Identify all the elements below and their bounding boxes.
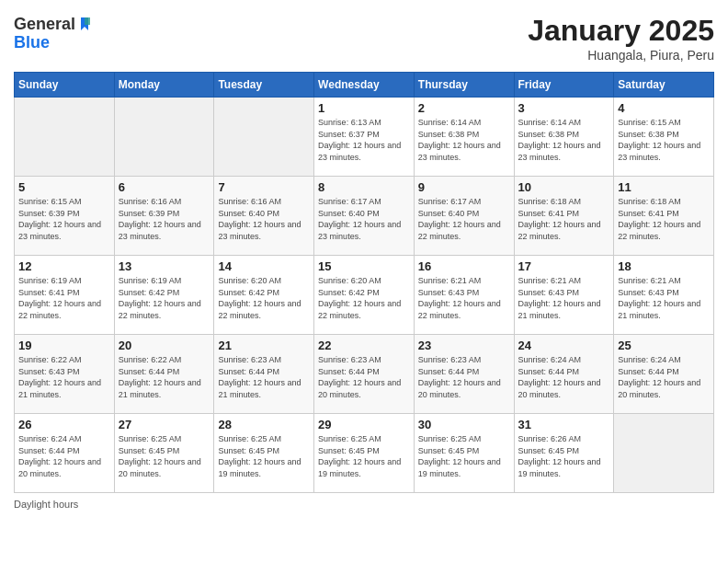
- day-info: Sunrise: 6:23 AMSunset: 6:44 PMDaylight:…: [318, 354, 410, 400]
- table-row: 15Sunrise: 6:20 AMSunset: 6:42 PMDayligh…: [314, 256, 415, 335]
- day-number: 31: [518, 418, 610, 431]
- svg-marker-1: [85, 17, 90, 25]
- table-row: 2Sunrise: 6:14 AMSunset: 6:38 PMDaylight…: [414, 98, 514, 177]
- header: General Blue January 2025 Huangala, Piur…: [14, 14, 714, 63]
- day-number: 10: [518, 180, 610, 194]
- table-row: 1Sunrise: 6:13 AMSunset: 6:37 PMDaylight…: [314, 98, 415, 177]
- logo-blue-text: Blue: [14, 34, 97, 51]
- table-row: 16Sunrise: 6:21 AMSunset: 6:43 PMDayligh…: [414, 256, 514, 335]
- calendar-header: Sunday Monday Tuesday Wednesday Thursday…: [15, 73, 714, 98]
- day-number: 23: [418, 339, 510, 352]
- table-row: 5Sunrise: 6:15 AMSunset: 6:39 PMDaylight…: [15, 177, 115, 256]
- day-number: 18: [618, 259, 710, 273]
- day-info: Sunrise: 6:14 AMSunset: 6:38 PMDaylight:…: [518, 117, 610, 163]
- day-number: 27: [119, 418, 210, 431]
- day-info: Sunrise: 6:25 AMSunset: 6:45 PMDaylight:…: [418, 433, 510, 479]
- table-row: [15, 98, 115, 177]
- day-info: Sunrise: 6:25 AMSunset: 6:45 PMDaylight:…: [119, 433, 210, 479]
- day-info: Sunrise: 6:25 AMSunset: 6:45 PMDaylight:…: [218, 433, 310, 479]
- day-info: Sunrise: 6:18 AMSunset: 6:41 PMDaylight:…: [618, 196, 710, 242]
- page-location: Huangala, Piura, Peru: [528, 48, 714, 63]
- day-number: 4: [618, 101, 710, 115]
- day-number: 28: [218, 418, 310, 431]
- logo-general-text: General: [14, 16, 75, 32]
- table-row: 25Sunrise: 6:24 AMSunset: 6:44 PMDayligh…: [614, 335, 714, 414]
- calendar-body: 1Sunrise: 6:13 AMSunset: 6:37 PMDaylight…: [15, 98, 714, 493]
- day-info: Sunrise: 6:24 AMSunset: 6:44 PMDaylight:…: [618, 354, 710, 400]
- col-thursday: Thursday: [414, 73, 514, 98]
- table-row: 19Sunrise: 6:22 AMSunset: 6:43 PMDayligh…: [15, 335, 115, 414]
- calendar-week-2: 12Sunrise: 6:19 AMSunset: 6:41 PMDayligh…: [15, 256, 714, 335]
- calendar-week-4: 26Sunrise: 6:24 AMSunset: 6:44 PMDayligh…: [15, 414, 714, 493]
- table-row: 8Sunrise: 6:17 AMSunset: 6:40 PMDaylight…: [314, 177, 415, 256]
- day-info: Sunrise: 6:17 AMSunset: 6:40 PMDaylight:…: [318, 196, 410, 242]
- calendar-week-3: 19Sunrise: 6:22 AMSunset: 6:43 PMDayligh…: [15, 335, 714, 414]
- day-info: Sunrise: 6:22 AMSunset: 6:43 PMDaylight:…: [18, 354, 110, 400]
- table-row: 10Sunrise: 6:18 AMSunset: 6:41 PMDayligh…: [514, 177, 614, 256]
- table-row: 6Sunrise: 6:16 AMSunset: 6:39 PMDaylight…: [114, 177, 214, 256]
- table-row: 23Sunrise: 6:23 AMSunset: 6:44 PMDayligh…: [414, 335, 514, 414]
- day-number: 14: [218, 259, 310, 273]
- day-number: 22: [318, 339, 410, 352]
- logo-flag-icon: [77, 14, 97, 34]
- logo: General Blue: [14, 14, 97, 51]
- table-row: 30Sunrise: 6:25 AMSunset: 6:45 PMDayligh…: [414, 414, 514, 493]
- table-row: 21Sunrise: 6:23 AMSunset: 6:44 PMDayligh…: [214, 335, 314, 414]
- day-info: Sunrise: 6:20 AMSunset: 6:42 PMDaylight:…: [318, 275, 410, 321]
- table-row: 12Sunrise: 6:19 AMSunset: 6:41 PMDayligh…: [15, 256, 115, 335]
- day-info: Sunrise: 6:23 AMSunset: 6:44 PMDaylight:…: [218, 354, 310, 400]
- day-info: Sunrise: 6:15 AMSunset: 6:38 PMDaylight:…: [618, 117, 710, 163]
- day-number: 16: [418, 259, 510, 273]
- day-number: 19: [18, 339, 110, 352]
- day-info: Sunrise: 6:25 AMSunset: 6:45 PMDaylight:…: [318, 433, 410, 479]
- table-row: 7Sunrise: 6:16 AMSunset: 6:40 PMDaylight…: [214, 177, 314, 256]
- table-row: 24Sunrise: 6:24 AMSunset: 6:44 PMDayligh…: [514, 335, 614, 414]
- day-number: 12: [18, 259, 110, 273]
- table-row: [114, 98, 214, 177]
- day-number: 20: [119, 339, 210, 352]
- day-number: 8: [318, 180, 410, 194]
- table-row: 20Sunrise: 6:22 AMSunset: 6:44 PMDayligh…: [114, 335, 214, 414]
- col-friday: Friday: [514, 73, 614, 98]
- day-info: Sunrise: 6:19 AMSunset: 6:42 PMDaylight:…: [119, 275, 210, 321]
- table-row: 9Sunrise: 6:17 AMSunset: 6:40 PMDaylight…: [414, 177, 514, 256]
- day-number: 2: [418, 101, 510, 115]
- table-row: 28Sunrise: 6:25 AMSunset: 6:45 PMDayligh…: [214, 414, 314, 493]
- day-info: Sunrise: 6:16 AMSunset: 6:40 PMDaylight:…: [218, 196, 310, 242]
- day-info: Sunrise: 6:16 AMSunset: 6:39 PMDaylight:…: [119, 196, 210, 242]
- col-sunday: Sunday: [15, 73, 115, 98]
- page-title: January 2025: [528, 14, 714, 48]
- page: General Blue January 2025 Huangala, Piur…: [0, 0, 728, 563]
- day-number: 7: [218, 180, 310, 194]
- day-info: Sunrise: 6:24 AMSunset: 6:44 PMDaylight:…: [18, 433, 110, 479]
- day-info: Sunrise: 6:15 AMSunset: 6:39 PMDaylight:…: [18, 196, 110, 242]
- day-number: 13: [119, 259, 210, 273]
- day-info: Sunrise: 6:20 AMSunset: 6:42 PMDaylight:…: [218, 275, 310, 321]
- day-info: Sunrise: 6:17 AMSunset: 6:40 PMDaylight:…: [418, 196, 510, 242]
- table-row: 27Sunrise: 6:25 AMSunset: 6:45 PMDayligh…: [114, 414, 214, 493]
- table-row: 13Sunrise: 6:19 AMSunset: 6:42 PMDayligh…: [114, 256, 214, 335]
- table-row: 31Sunrise: 6:26 AMSunset: 6:45 PMDayligh…: [514, 414, 614, 493]
- day-info: Sunrise: 6:21 AMSunset: 6:43 PMDaylight:…: [418, 275, 510, 321]
- table-row: 17Sunrise: 6:21 AMSunset: 6:43 PMDayligh…: [514, 256, 614, 335]
- day-number: 17: [518, 259, 610, 273]
- day-number: 3: [518, 101, 610, 115]
- table-row: 14Sunrise: 6:20 AMSunset: 6:42 PMDayligh…: [214, 256, 314, 335]
- day-number: 1: [318, 101, 410, 115]
- table-row: [214, 98, 314, 177]
- day-info: Sunrise: 6:21 AMSunset: 6:43 PMDaylight:…: [518, 275, 610, 321]
- calendar-table: Sunday Monday Tuesday Wednesday Thursday…: [14, 72, 714, 493]
- day-number: 5: [18, 180, 110, 194]
- day-info: Sunrise: 6:14 AMSunset: 6:38 PMDaylight:…: [418, 117, 510, 163]
- day-number: 30: [418, 418, 510, 431]
- col-saturday: Saturday: [614, 73, 714, 98]
- day-number: 29: [318, 418, 410, 431]
- day-number: 9: [418, 180, 510, 194]
- calendar-week-0: 1Sunrise: 6:13 AMSunset: 6:37 PMDaylight…: [15, 98, 714, 177]
- day-number: 21: [218, 339, 310, 352]
- col-tuesday: Tuesday: [214, 73, 314, 98]
- table-row: 29Sunrise: 6:25 AMSunset: 6:45 PMDayligh…: [314, 414, 415, 493]
- title-block: January 2025 Huangala, Piura, Peru: [528, 14, 714, 63]
- col-monday: Monday: [114, 73, 214, 98]
- calendar-week-1: 5Sunrise: 6:15 AMSunset: 6:39 PMDaylight…: [15, 177, 714, 256]
